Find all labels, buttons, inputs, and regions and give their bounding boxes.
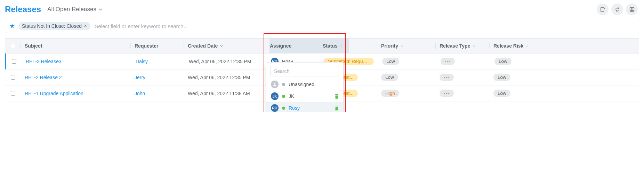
sort-icon <box>340 44 343 48</box>
column-created[interactable]: Created Date <box>184 43 266 49</box>
assignee-dropdown: Unassigned JK JK RO Rosy JE Jerry JO Joh… <box>266 62 344 112</box>
assignee-option-label: Rosy <box>289 105 332 111</box>
workload-icon <box>335 94 338 99</box>
created-date: Wed, Apr 06, 2022 12:35 PM <box>189 59 251 64</box>
presence-dot <box>282 95 285 98</box>
top-actions <box>597 3 638 15</box>
search-input[interactable] <box>94 23 635 30</box>
avatar: JK <box>271 92 279 100</box>
column-requester[interactable]: Requester <box>130 43 184 49</box>
svg-point-3 <box>274 83 276 85</box>
created-date: Wed, Apr 06, 2022 12:35 PM <box>188 75 250 80</box>
sort-icon <box>525 44 529 48</box>
column-status[interactable]: Status <box>319 43 377 49</box>
chevron-down-icon <box>98 7 103 11</box>
presence-dot <box>282 83 285 86</box>
page-title: Releases <box>5 5 41 14</box>
avatar-unassigned-icon <box>271 81 279 88</box>
priority-badge: High <box>381 90 399 97</box>
assignee-option[interactable]: JK JK <box>266 90 343 102</box>
favorite-star-icon[interactable]: ★ <box>9 22 15 30</box>
sort-icon <box>400 44 404 48</box>
assignee-search[interactable] <box>270 66 339 76</box>
priority-badge: Low <box>382 58 399 65</box>
workload-icon <box>335 106 338 110</box>
svg-rect-1 <box>630 7 634 11</box>
new-release-button[interactable] <box>597 3 609 15</box>
svg-point-2 <box>336 71 336 72</box>
presence-dot <box>282 107 285 110</box>
column-release-risk[interactable]: Release Risk <box>489 43 543 49</box>
subject-link[interactable]: REL-3 Release3 <box>26 59 62 64</box>
avatar: RO <box>271 104 279 112</box>
requester-link[interactable]: Jerry <box>135 75 145 80</box>
assignee-option-label: Unassigned <box>289 82 338 87</box>
svg-rect-0 <box>601 7 604 11</box>
release-type-badge: --- <box>440 74 454 81</box>
filter-chip[interactable]: Status Not In Close: Closed × <box>18 22 90 30</box>
release-type-badge: --- <box>440 90 454 97</box>
view-name: All Open Releases <box>47 6 96 13</box>
assignee-option-label: JK <box>289 93 332 99</box>
requester-link[interactable]: John <box>135 91 145 96</box>
subject-link[interactable]: REL-1 Upgrade Application <box>25 91 83 96</box>
assignee-option-selected[interactable]: RO Rosy <box>266 102 343 112</box>
row-checkbox[interactable] <box>12 59 16 64</box>
requester-link[interactable]: Daisy <box>136 59 148 64</box>
column-release-type[interactable]: Release Type <box>435 43 489 49</box>
sort-icon <box>472 44 476 48</box>
assignee-option-unassigned[interactable]: Unassigned <box>266 78 343 90</box>
row-checkbox[interactable] <box>11 75 15 80</box>
priority-badge: Low <box>381 74 398 81</box>
assignee-search-input[interactable] <box>273 68 336 74</box>
sort-desc-icon <box>220 44 223 48</box>
select-all-checkbox[interactable] <box>11 43 15 49</box>
release-risk-badge: Low <box>493 90 510 97</box>
column-priority[interactable]: Priority <box>377 43 435 49</box>
row-checkbox[interactable] <box>11 91 15 96</box>
column-assignee[interactable]: Assignee <box>266 43 319 49</box>
select-all-header[interactable] <box>5 42 21 50</box>
search-icon <box>336 69 336 74</box>
filter-chip-remove-icon[interactable]: × <box>84 23 87 29</box>
column-subject[interactable]: Subject <box>21 43 130 49</box>
filter-bar: ★ Status Not In Close: Closed × <box>5 19 639 33</box>
release-risk-badge: Low <box>493 74 510 81</box>
refresh-button[interactable] <box>611 3 623 15</box>
created-date: Wed, Apr 06, 2022 11:38 AM <box>188 91 250 96</box>
view-dropdown[interactable]: All Open Releases <box>47 6 103 13</box>
subject-link[interactable]: REL-2 Release 2 <box>25 75 62 80</box>
page-header: Releases All Open Releases <box>5 3 639 15</box>
filter-chip-label: Status Not In Close: Closed <box>22 23 82 29</box>
grid-view-button[interactable] <box>626 3 638 15</box>
release-type-badge: --- <box>441 58 455 65</box>
table-header: Subject Requester Created Date Assignee … <box>5 38 639 53</box>
release-risk-badge: Low <box>494 58 512 65</box>
